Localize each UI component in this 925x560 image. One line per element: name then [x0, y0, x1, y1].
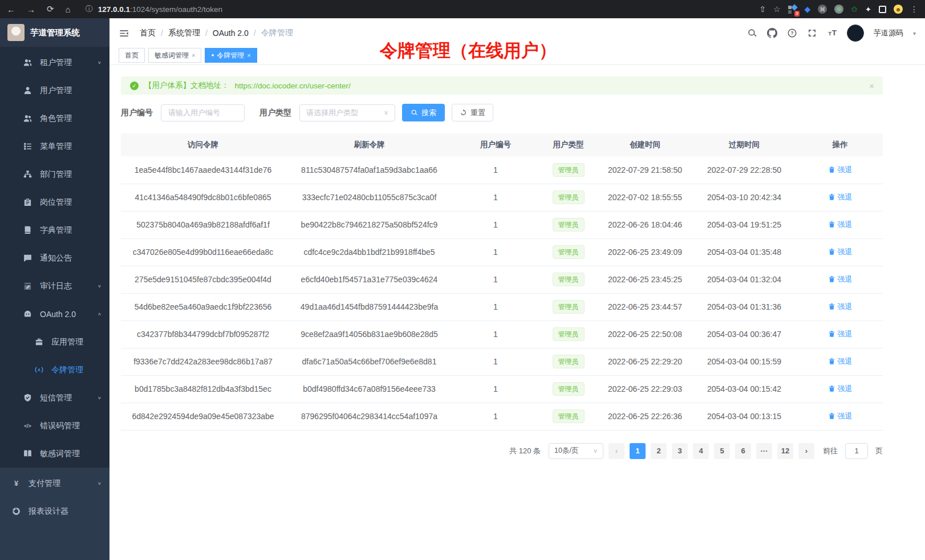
force-logout-label: 强退	[838, 247, 853, 257]
profile-emoji-icon[interactable]: ☻	[894, 5, 903, 14]
sidebar-menu-item[interactable]: 通知公告	[0, 244, 109, 272]
alert-close-icon[interactable]: ×	[869, 81, 874, 91]
sidebar-fold-icon[interactable]	[119, 28, 129, 39]
menu-item-icon	[23, 449, 33, 458]
page-number-button[interactable]: 1	[630, 443, 646, 459]
command-extension-icon[interactable]: ⌘	[818, 5, 827, 14]
github-icon[interactable]	[767, 28, 777, 38]
side-panel-icon[interactable]	[879, 6, 886, 13]
expire-time-cell: 2054-03-10 20:42:34	[691, 184, 797, 211]
force-logout-button[interactable]: 强退	[828, 165, 853, 175]
active-dot-icon: ●	[211, 53, 214, 58]
extension-pinned-icon[interactable]: 9	[788, 5, 797, 14]
sidebar-menu-item[interactable]: 租户管理 ∨	[0, 48, 109, 76]
doc-link[interactable]: https://doc.iocoder.cn/user-center/	[235, 82, 351, 90]
sidebar-menu-item[interactable]: 支付管理 ∨	[0, 469, 109, 497]
sidebar-menu-item[interactable]: 用户管理	[0, 76, 109, 104]
col-access-token: 访问令牌	[121, 133, 285, 156]
sidebar-menu-item[interactable]: 短信管理 ∨	[0, 384, 109, 412]
sidebar-menu-item[interactable]: 部门管理	[0, 160, 109, 188]
page-number-button[interactable]: 5	[714, 443, 730, 459]
green-star-extension-icon[interactable]: ✩	[851, 5, 858, 14]
goto-page-input[interactable]	[845, 443, 868, 459]
header-search-icon[interactable]	[747, 28, 757, 38]
share-icon[interactable]: ⇧	[759, 5, 766, 14]
breadcrumb-system[interactable]: 系统管理	[168, 28, 200, 38]
menu-item-label: 用户管理	[40, 86, 102, 96]
menu-item-label: 敏感词管理	[40, 449, 102, 459]
total-count: 共 120 条	[509, 446, 541, 456]
bookmark-star-icon[interactable]: ☆	[773, 5, 781, 14]
sidebar-menu-item[interactable]: 令牌管理	[0, 356, 109, 384]
col-user-id: 用户编号	[453, 133, 538, 156]
browser-home-icon[interactable]: ⌂	[66, 5, 71, 14]
gem-extension-icon[interactable]: ◆	[805, 5, 811, 14]
page-number-button[interactable]: ···	[756, 443, 772, 459]
menu-item-label: 令牌管理	[51, 365, 102, 375]
force-logout-button[interactable]: 强退	[828, 220, 853, 230]
expire-time-cell: 2054-03-04 00:13:15	[691, 403, 797, 430]
extensions-puzzle-icon[interactable]: ✦	[865, 5, 871, 14]
sidebar-menu-item[interactable]: OAuth 2.0 ∧	[0, 300, 109, 328]
sidebar-menu-item[interactable]: 字典管理	[0, 216, 109, 244]
sidebar-menu-item[interactable]: 审计日志 ∨	[0, 272, 109, 300]
access-token-cell: b0d1785bc3a8482f812db4a3f3bd15ec	[121, 375, 285, 403]
recorder-extension-icon[interactable]	[834, 5, 843, 14]
sidebar-menu-item[interactable]: 报表设计器	[0, 497, 109, 525]
user-id-cell: 1	[453, 293, 538, 320]
font-size-icon[interactable]	[827, 28, 837, 38]
page-number-button[interactable]: 4	[693, 443, 709, 459]
page-size-select[interactable]: 10条/页 ∨	[549, 443, 603, 459]
table-row: 275e5de9151045fe87cbdc395e004f4d e6cfd40…	[121, 266, 883, 293]
sidebar-menu-item[interactable]: 菜单管理	[0, 132, 109, 160]
page-number-button[interactable]: 6	[735, 443, 751, 459]
force-logout-button[interactable]: 强退	[828, 274, 853, 285]
user-avatar[interactable]	[847, 25, 864, 42]
tag-tab[interactable]: 敏感词管理 ×	[148, 48, 201, 63]
breadcrumb-home[interactable]: 首页	[140, 28, 156, 38]
browser-reload-icon[interactable]: ⟳	[47, 4, 54, 14]
site-info-icon[interactable]: ⓘ	[86, 4, 93, 14]
sidebar-menu-item[interactable]: 应用管理	[0, 328, 109, 356]
chevron-icon: ∨	[98, 60, 102, 64]
page-number-button[interactable]: 12	[777, 443, 793, 459]
browser-menu-icon[interactable]: ⋮	[910, 5, 918, 14]
user-id-input[interactable]	[161, 104, 245, 121]
force-logout-button[interactable]: 强退	[828, 192, 853, 202]
prev-page-button[interactable]: ‹	[608, 443, 624, 459]
user-caret-icon[interactable]: ▾	[913, 30, 916, 36]
address-bar[interactable]: ⓘ 127.0.0.1:1024/system/oauth2/token	[71, 4, 760, 14]
force-logout-button[interactable]: 强退	[828, 302, 853, 312]
sidebar: 芋道管理系统 租户管理 ∨ 用户管理 角色管理	[0, 18, 109, 560]
force-logout-button[interactable]: 强退	[828, 329, 853, 339]
tag-tab[interactable]: ● 令牌管理 ×	[205, 48, 257, 63]
search-button[interactable]: 搜索	[402, 104, 445, 121]
page-number-button[interactable]: 3	[672, 443, 688, 459]
menu-item-label: 字典管理	[40, 225, 102, 236]
help-icon[interactable]	[787, 28, 797, 38]
reset-button[interactable]: 重置	[452, 104, 493, 121]
tab-close-icon[interactable]: ×	[192, 52, 195, 59]
page-number-button[interactable]: 2	[651, 443, 667, 459]
app-logo-row[interactable]: 芋道管理系统	[0, 18, 109, 47]
user-type-select[interactable]: 请选择用户类型 ∨	[299, 104, 395, 121]
sidebar-menu-item[interactable]: 角色管理	[0, 104, 109, 132]
sidebar-menu-item[interactable]: 岗位管理	[0, 188, 109, 216]
browser-back-icon[interactable]: ←	[7, 5, 15, 14]
next-page-button[interactable]: ›	[798, 443, 814, 459]
user-name[interactable]: 芋道源码	[874, 28, 903, 38]
sidebar-menu-item[interactable]: 错误码管理	[0, 412, 109, 440]
table-row: f9336e7c7dd242a283ee98dc86b17a87 dfa6c71…	[121, 348, 883, 375]
force-logout-button[interactable]: 强退	[828, 384, 853, 394]
fullscreen-icon[interactable]	[807, 28, 817, 38]
tag-tab[interactable]: 首页	[119, 48, 145, 63]
menu-item-icon	[23, 197, 33, 207]
tab-close-icon[interactable]: ×	[247, 52, 250, 59]
select-chevron-icon: ∨	[384, 109, 388, 116]
breadcrumb-oauth[interactable]: OAuth 2.0	[213, 29, 249, 38]
browser-forward-icon[interactable]: →	[27, 5, 35, 14]
force-logout-button[interactable]: 强退	[828, 356, 853, 367]
sidebar-menu-item[interactable]: 敏感词管理	[0, 440, 109, 468]
force-logout-button[interactable]: 强退	[828, 247, 853, 257]
force-logout-button[interactable]: 强退	[828, 411, 853, 421]
